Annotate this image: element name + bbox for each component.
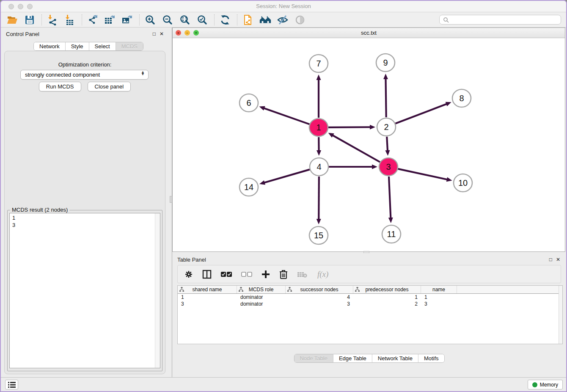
table-cell[interactable]: 3 [178, 301, 237, 307]
table-cell[interactable]: dominator [237, 301, 286, 307]
table-cell[interactable]: 2 [353, 301, 421, 307]
mcds-result-group: MCDS result (2 nodes) 1 3 [7, 210, 162, 371]
graph-edge-arrowhead [388, 218, 393, 223]
graph-node-label: 1 [316, 123, 321, 132]
run-mcds-button[interactable]: Run MCDS [39, 82, 81, 91]
network-view-titlebar[interactable]: × − + scc.txt [173, 28, 565, 38]
show-all-eye-icon[interactable] [294, 14, 306, 26]
tab-network[interactable]: Network [34, 42, 66, 50]
mcds-result-list[interactable]: 1 3 [9, 213, 160, 368]
graph-edge-1-2[interactable] [328, 127, 371, 127]
graph-node-label: 7 [316, 59, 321, 68]
column-header-successor-nodes[interactable]: successor nodes [286, 286, 353, 293]
table-row[interactable]: 1dominator411 [178, 294, 562, 301]
table-row[interactable]: 3dominator323 [178, 301, 562, 307]
graph-edge-4-14[interactable] [264, 169, 310, 182]
graph-edge-3-10[interactable] [398, 169, 447, 179]
tab-select[interactable]: Select [89, 42, 116, 50]
import-table-icon[interactable] [63, 14, 76, 26]
graph-edge-2-8[interactable] [395, 104, 447, 124]
graph-edge-2-3[interactable] [387, 137, 388, 151]
clone-network-icon[interactable] [242, 14, 254, 26]
close-panel-button[interactable]: Close panel [88, 82, 131, 91]
graph-node-label: 3 [386, 162, 391, 171]
network-canvas[interactable]: 7968124314101511 [173, 38, 567, 251]
hide-selected-eye-icon[interactable] [276, 14, 289, 26]
table-cell[interactable]: 1 [178, 294, 237, 300]
criterion-selected-value: strongly connected component [25, 72, 100, 78]
import-network-icon[interactable] [46, 14, 59, 26]
graph-edge-2-9[interactable] [385, 78, 386, 117]
search-input[interactable] [451, 17, 557, 23]
ndex-home-icon[interactable] [259, 14, 272, 26]
memory-button[interactable]: Memory [528, 380, 563, 389]
criterion-select[interactable]: strongly connected component ▲▼ [20, 70, 149, 80]
add-column-plus-icon[interactable] [261, 270, 270, 279]
open-file-icon[interactable] [6, 14, 19, 26]
export-network-icon[interactable] [86, 14, 99, 26]
table-panel-close-icon[interactable]: ✕ [556, 257, 560, 262]
column-header-name[interactable]: name [421, 286, 457, 293]
table-panel: Table Panel □ ✕ [172, 253, 566, 377]
graph-edge-3-1[interactable] [332, 135, 380, 162]
tab-edge-table[interactable]: Edge Table [333, 354, 372, 362]
toolbar-separator [237, 14, 237, 25]
deselect-all-checkboxes-icon[interactable] [241, 271, 252, 278]
zoom-out-icon[interactable] [161, 14, 174, 26]
zoom-fit-icon[interactable] [179, 14, 191, 26]
list-icon [8, 382, 16, 388]
control-panel: Control Panel □ ✕ NetworkStyleSelectMCDS… [1, 28, 170, 377]
tab-style[interactable]: Style [66, 42, 89, 50]
table-scrollbar[interactable] [559, 286, 562, 344]
table-panel-float-icon[interactable]: □ [549, 257, 552, 262]
table-cell[interactable]: 1 [421, 294, 457, 300]
zoom-selected-icon[interactable] [196, 14, 209, 26]
delete-table-icon [297, 271, 308, 278]
select-all-checkboxes-icon[interactable] [221, 271, 232, 278]
table-settings-gear-icon[interactable] [184, 270, 193, 279]
graph-edge-1-6[interactable] [264, 108, 309, 124]
graph-node-label: 10 [458, 178, 468, 188]
tab-node-table[interactable]: Node Table [294, 354, 333, 362]
graph-node-label: 15 [314, 231, 323, 240]
graph-node-label: 6 [246, 98, 251, 108]
table-header-row: shared nameMCDS rolesuccessor nodesprede… [178, 286, 562, 294]
control-panel-close-icon[interactable]: ✕ [160, 31, 164, 36]
zoom-in-icon[interactable] [144, 14, 157, 26]
graph-edge-3-11[interactable] [389, 177, 391, 218]
show-column-icon[interactable] [202, 270, 212, 279]
apply-layout-icon[interactable] [219, 14, 231, 26]
status-bar: Memory [1, 377, 566, 391]
save-session-icon[interactable] [23, 14, 36, 26]
export-image-icon[interactable] [121, 14, 134, 26]
tab-motifs[interactable]: Motifs [418, 354, 444, 362]
control-panel-float-icon[interactable]: □ [153, 31, 156, 36]
task-history-button[interactable] [5, 380, 18, 389]
graph-node-label: 8 [459, 94, 464, 103]
table-toolbar: f(x) [177, 265, 561, 283]
select-stepper-icon: ▲▼ [141, 71, 145, 75]
table-cell[interactable]: 1 [353, 294, 421, 300]
column-header-predecessor-nodes[interactable]: predecessor nodes [353, 286, 421, 293]
graph-edge-arrowhead [383, 74, 388, 79]
table-cell[interactable]: 3 [421, 301, 457, 307]
table-panel-title: Table Panel [177, 257, 206, 263]
tab-mcds[interactable]: MCDS [116, 42, 143, 50]
table-cell[interactable]: dominator [237, 294, 286, 300]
tab-network-table[interactable]: Network Table [372, 354, 418, 362]
graph-edge-arrowhead [372, 165, 377, 169]
table-cell[interactable]: 3 [286, 301, 353, 307]
control-panel-tabbar: NetworkStyleSelectMCDS [33, 42, 143, 51]
toolbar-separator [139, 14, 140, 25]
column-header-shared-name[interactable]: shared name [178, 286, 237, 293]
table-cell[interactable]: 4 [286, 294, 353, 300]
window-title: Session: New Session [1, 3, 566, 9]
graph-edge-4-15[interactable] [319, 177, 319, 220]
memory-status-icon [532, 382, 537, 387]
result-scrollbar[interactable] [155, 213, 160, 368]
column-header-MCDS-role[interactable]: MCDS role [237, 286, 286, 293]
export-table-icon[interactable] [104, 14, 116, 26]
graph-node-label: 2 [384, 122, 388, 132]
toolbar-search[interactable] [439, 15, 561, 25]
delete-column-trash-icon[interactable] [279, 270, 288, 279]
